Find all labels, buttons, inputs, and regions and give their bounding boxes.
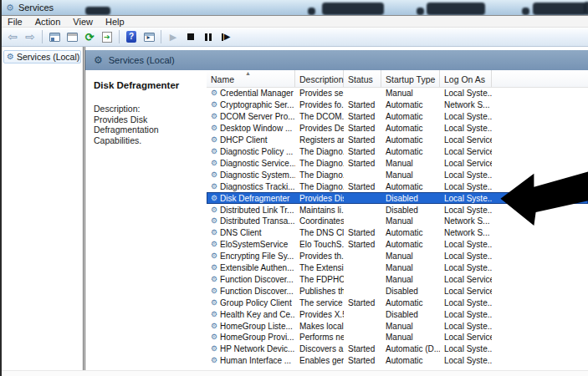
service-description: Provides Dis... (295, 194, 344, 203)
service-name-cell: ⚙ Diagnostic Service... (207, 159, 295, 168)
service-row[interactable]: ⚙ Desktop Window ... Provides De... Star… (207, 123, 588, 135)
service-log-on-as: Local Syste... (440, 240, 492, 249)
service-startup-type: Manual (381, 275, 440, 284)
service-gear-icon: ⚙ (211, 241, 217, 248)
service-log-on-as: Local Syste... (440, 170, 492, 180)
show-console-tree-icon[interactable] (47, 29, 62, 44)
refresh-icon[interactable]: ⟳ (82, 29, 97, 44)
service-row[interactable]: ⚙ Encrypting File Sy... Provides th... M… (207, 251, 588, 262)
stop-service-icon[interactable] (183, 29, 198, 44)
menu-file[interactable]: File (8, 17, 23, 27)
service-row[interactable]: ⚙ Group Policy Client The service ... St… (207, 297, 588, 308)
blurred-window-fragment (533, 3, 586, 15)
service-name-cell: ⚙ DHCP Client (207, 135, 295, 145)
export-list-icon[interactable] (100, 29, 115, 44)
service-log-on-as: Local Syste... (440, 310, 492, 319)
help-icon[interactable]: ? (124, 29, 139, 44)
service-row[interactable]: ⚙ Function Discover... The FDPHO... Manu… (207, 274, 588, 286)
service-startup-type: Manual (381, 263, 440, 272)
forward-icon[interactable]: ⇨ (23, 29, 38, 44)
blurred-window-fragment (85, 7, 110, 15)
services-list: Name ▲ Description Status Startup Type L… (207, 70, 588, 376)
column-header-name[interactable]: Name ▲ (207, 70, 295, 87)
service-log-on-as: Local Syste... (440, 344, 492, 353)
service-row[interactable]: ⚙ Cryptographic Ser... Provides fo... St… (207, 99, 588, 111)
properties-icon[interactable] (64, 29, 79, 44)
description-text: Capabilities. (94, 135, 200, 146)
pause-service-icon[interactable] (201, 29, 216, 44)
column-header-log-on-as[interactable]: Log On As (440, 70, 492, 87)
menu-help[interactable]: Help (105, 17, 125, 27)
service-description: Discovers a... (295, 344, 344, 353)
service-description: The FDPHO... (295, 275, 344, 284)
service-gear-icon: ⚙ (211, 101, 217, 109)
sidebar-item-services-local[interactable]: ⚙ Services (Local) (3, 50, 81, 64)
service-name-cell: ⚙ Desktop Window ... (207, 124, 295, 133)
restart-service-icon[interactable]: ▶ (218, 29, 233, 44)
service-gear-icon: ⚙ (211, 124, 217, 132)
service-row[interactable]: ⚙ HP Network Devic... Discovers a... Sta… (207, 343, 588, 355)
menu-action[interactable]: Action (35, 17, 61, 27)
back-icon[interactable]: ⇦ (5, 29, 20, 44)
service-description: Maintains li... (295, 206, 344, 215)
toolbar-separator (42, 30, 43, 43)
column-header-startup-type[interactable]: Startup Type (381, 70, 440, 87)
service-startup-type: Manual (381, 170, 440, 180)
service-row[interactable]: ⚙ HomeGroup Provi... Performs ne... Manu… (207, 332, 588, 343)
service-row[interactable]: ⚙ Extensible Authen... The Extensi... Ma… (207, 262, 588, 274)
service-row[interactable]: ⚙ Function Discover... Publishes th... D… (207, 285, 588, 297)
service-log-on-as: Local Syste... (440, 252, 492, 261)
service-startup-type: Manual (381, 89, 440, 98)
service-row[interactable]: ⚙ Diagnostic Service... The Diagno... St… (207, 157, 588, 169)
service-name-cell: ⚙ Disk Defragmenter (207, 194, 295, 203)
service-status: Started (344, 147, 381, 156)
service-name: Diagnostic System... (220, 170, 295, 180)
service-log-on-as: Local Service (440, 135, 492, 145)
service-status: Started (344, 228, 381, 237)
service-name: Function Discover... (220, 275, 294, 284)
service-name: Diagnostic Service... (220, 159, 295, 168)
service-name-cell: ⚙ EloSystemService (207, 240, 295, 249)
service-row[interactable]: ⚙ DNS Client The DNS Cli... Started Auto… (207, 227, 588, 239)
service-description: Makes local... (295, 322, 344, 331)
blurred-window-fragment (308, 8, 315, 15)
service-row[interactable]: ⚙ Health Key and Ce... Provides X.5... D… (207, 308, 588, 320)
service-log-on-as: Local Service (440, 333, 492, 342)
service-row[interactable]: ⚙ Diagnostic Policy ... The Diagno... St… (207, 146, 588, 158)
service-log-on-as: Local Syste... (440, 124, 492, 133)
service-log-on-as: Local Service (440, 287, 492, 296)
start-service-icon[interactable]: ▶ (166, 29, 181, 44)
service-gear-icon: ⚙ (211, 89, 217, 97)
service-name: HomeGroup Liste... (220, 322, 293, 331)
service-status: Started (344, 112, 381, 121)
service-gear-icon: ⚙ (211, 136, 217, 144)
service-gear-icon: ⚙ (211, 148, 217, 155)
service-row[interactable]: ⚙ DHCP Client Registers an... Started Au… (207, 135, 588, 146)
service-row[interactable]: ⚙ EloSystemService Elo TouchS... Started… (207, 239, 588, 251)
service-row[interactable]: ⚙ DCOM Server Pro... The DCOM... Started… (207, 111, 588, 123)
gear-icon: ⚙ (7, 53, 14, 61)
service-name: HP Network Devic... (220, 344, 294, 353)
service-startup-type: Automatic (381, 147, 440, 156)
service-name-cell: ⚙ HomeGroup Liste... (207, 322, 295, 331)
service-row[interactable]: ⚙ Credential Manager Provides se... Manu… (207, 88, 588, 99)
service-description: Provides X.5... (295, 310, 344, 319)
service-row[interactable]: ⚙ Human Interface ... Enables gen... Sta… (207, 355, 588, 367)
service-name-cell: ⚙ Diagnostics Tracki... (207, 182, 295, 191)
column-header-status[interactable]: Status (344, 70, 381, 87)
service-name: DNS Client (220, 228, 261, 237)
service-name-cell: ⚙ DCOM Server Pro... (207, 112, 295, 121)
show-extended-view-icon[interactable] (141, 29, 156, 44)
column-header-description[interactable]: Description (295, 70, 344, 87)
service-name: EloSystemService (220, 240, 288, 249)
toolbar: ⇦ ⇨ ⟳ ? ▶ ▶ (2, 28, 588, 47)
service-log-on-as: Local Syste... (440, 89, 492, 98)
service-name-cell: ⚙ Extensible Authen... (207, 263, 295, 272)
service-gear-icon: ⚙ (211, 183, 217, 191)
service-description: The DCOM... (295, 112, 344, 121)
service-name-cell: ⚙ HP Network Devic... (207, 344, 295, 353)
service-gear-icon: ⚙ (211, 217, 217, 225)
menu-view[interactable]: View (73, 17, 93, 27)
service-row[interactable]: ⚙ HomeGroup Liste... Makes local... Manu… (207, 320, 588, 332)
service-log-on-as: Local Syste... (440, 263, 492, 272)
